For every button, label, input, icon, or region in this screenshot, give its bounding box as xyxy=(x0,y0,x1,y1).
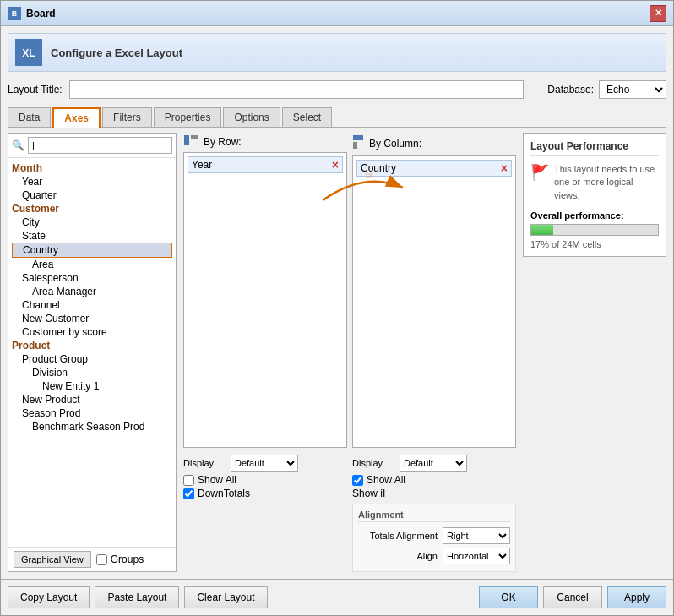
tree-item-area[interactable]: Area xyxy=(12,258,172,271)
tree-item-salesperson[interactable]: Salesperson xyxy=(12,271,172,285)
apply-button[interactable]: Apply xyxy=(607,586,666,608)
col-display-select[interactable]: Default Custom xyxy=(400,455,467,472)
remove-country-button[interactable]: × xyxy=(501,162,508,174)
tree-item-channel[interactable]: Channel xyxy=(12,298,172,312)
row-down-totals-row: DownTotals xyxy=(183,487,347,500)
tree-item-new-customer[interactable]: New Customer xyxy=(12,312,172,325)
tree-item-customer[interactable]: Customer xyxy=(12,202,172,215)
by-row-label: By Row: xyxy=(204,136,242,148)
title-bar-left: B Board xyxy=(8,7,56,20)
tree-item-year[interactable]: Year xyxy=(12,175,172,188)
tree-item-customer-by-score[interactable]: Customer by score xyxy=(12,325,172,339)
tree-area: Month Year Quarter Customer City State C… xyxy=(8,158,176,547)
totals-alignment-select[interactable]: Right Left Center xyxy=(443,527,510,544)
tree-item-country[interactable]: Country xyxy=(12,243,172,258)
svg-text:XL: XL xyxy=(22,47,35,59)
cancel-button[interactable]: Cancel xyxy=(543,586,602,608)
tab-filters[interactable]: Filters xyxy=(102,107,152,127)
svg-rect-2 xyxy=(184,135,189,145)
tree-item-city[interactable]: City xyxy=(12,215,172,229)
tab-data[interactable]: Data xyxy=(8,107,51,127)
by-col-label: By Column: xyxy=(369,138,421,150)
title-bar: B Board ✕ xyxy=(1,1,673,26)
row-display-label: Display xyxy=(183,458,226,468)
show-ii-label: Show iI xyxy=(352,488,385,499)
remove-year-button[interactable]: × xyxy=(332,159,339,171)
tab-properties[interactable]: Properties xyxy=(154,107,222,127)
col-controls: Display Default Custom Show All Show iI xyxy=(352,453,516,572)
tree-item-area-manager[interactable]: Area Manager xyxy=(12,285,172,298)
tab-select[interactable]: Select xyxy=(282,107,332,127)
tree-item-month[interactable]: Month xyxy=(12,161,172,175)
window-title: Board xyxy=(26,8,56,19)
groups-label: Groups xyxy=(111,553,144,565)
groups-checkbox-row: Groups xyxy=(96,553,144,565)
layout-title-row: Layout Title: Database: Echo xyxy=(8,77,666,102)
tree-bottom-bar: Graphical View Groups xyxy=(8,547,176,571)
col-display-label: Display xyxy=(352,458,394,468)
axis-col-item-country[interactable]: Country × xyxy=(356,160,512,177)
by-row-section: By Row: Year × xyxy=(183,133,347,448)
row-display-row: Display Default Custom xyxy=(183,453,347,473)
performance-title: Layout Performance xyxy=(530,140,659,156)
tab-axes[interactable]: Axes xyxy=(52,107,101,128)
header-section: XL Configure a Excel Layout xyxy=(8,33,666,72)
tree-item-product[interactable]: Product xyxy=(12,339,172,352)
by-row-header: By Row: xyxy=(183,133,347,152)
svg-rect-3 xyxy=(191,135,198,139)
by-row-box[interactable]: Year × xyxy=(183,152,347,448)
tree-item-benchmark-season-prod[interactable]: Benchmark Season Prod xyxy=(12,420,172,433)
row-icon xyxy=(183,134,198,149)
graphical-view-button[interactable]: Graphical View xyxy=(14,551,91,568)
performance-warning: 🚩 This layout needs to use one or more l… xyxy=(530,163,659,202)
alignment-title: Alignment xyxy=(358,510,510,522)
tree-item-product-group[interactable]: Product Group xyxy=(12,352,172,366)
ok-button[interactable]: OK xyxy=(479,586,538,608)
layout-title-input[interactable] xyxy=(69,80,525,99)
align-select[interactable]: Horizontal Vertical xyxy=(443,548,510,564)
totals-alignment-label: Totals Alignment xyxy=(361,531,438,541)
copy-layout-button[interactable]: Copy Layout xyxy=(8,586,90,608)
header-icon: XL xyxy=(15,39,42,66)
tree-item-quarter[interactable]: Quarter xyxy=(12,188,172,202)
database-select[interactable]: Echo xyxy=(599,80,666,99)
tree-item-state[interactable]: State xyxy=(12,229,172,243)
database-section: Database: Echo xyxy=(547,80,666,99)
clear-layout-button[interactable]: Clear Layout xyxy=(184,586,267,608)
bottom-controls: Display Default Custom Show All xyxy=(183,453,516,572)
axis-col-country-text: Country xyxy=(361,162,396,174)
align-label: Align xyxy=(361,551,438,561)
performance-progress-bar xyxy=(530,224,659,236)
axis-row-item-year[interactable]: Year × xyxy=(188,156,343,173)
layout-title-label: Layout Title: xyxy=(8,84,63,95)
tree-item-new-product[interactable]: New Product xyxy=(12,393,172,406)
right-panel: Layout Performance 🚩 This layout needs t… xyxy=(523,133,666,572)
window-icon: B xyxy=(8,7,21,20)
row-show-all-row: Show All xyxy=(183,473,347,487)
by-col-header: By Column: xyxy=(352,133,516,155)
left-panel: 🔍 Month Year Quarter Customer City State… xyxy=(8,133,177,572)
tree-item-new-entity[interactable]: New Entity 1 xyxy=(12,379,172,393)
row-show-all-checkbox[interactable] xyxy=(183,475,194,486)
axes-wrapper: By Row: Year × xyxy=(183,133,516,448)
tab-options[interactable]: Options xyxy=(223,107,280,127)
row-down-totals-checkbox[interactable] xyxy=(183,488,194,499)
main-window: B Board ✕ XL Configure a Excel Layout La… xyxy=(0,0,674,616)
col-show-all-checkbox[interactable] xyxy=(352,475,363,486)
col-show-all-label: Show All xyxy=(367,474,405,486)
row-controls: Display Default Custom Show All xyxy=(183,453,347,572)
by-col-box[interactable]: Country × xyxy=(352,155,516,448)
groups-checkbox[interactable] xyxy=(96,554,107,565)
search-input[interactable] xyxy=(28,137,172,154)
close-button[interactable]: ✕ xyxy=(650,5,666,22)
tree-item-division[interactable]: Division xyxy=(12,366,172,379)
col-show-all-row: Show All xyxy=(352,473,516,487)
performance-overall-label: Overall performance: xyxy=(530,210,659,221)
row-display-select[interactable]: Default Custom xyxy=(231,455,298,472)
content-area: XL Configure a Excel Layout Layout Title… xyxy=(1,26,673,579)
tree-item-season-prod[interactable]: Season Prod xyxy=(12,406,172,420)
database-label: Database: xyxy=(547,84,594,95)
alignment-section: Alignment Totals Alignment Right Left Ce… xyxy=(352,504,516,572)
search-icon: 🔍 xyxy=(12,139,24,151)
paste-layout-button[interactable]: Paste Layout xyxy=(95,586,179,608)
